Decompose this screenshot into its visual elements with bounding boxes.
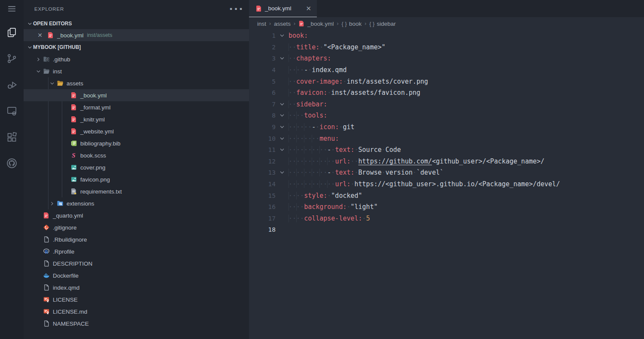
text-icon	[70, 188, 77, 195]
tree-item-favicon.png[interactable]: favicon.png	[24, 173, 249, 185]
tree-item-_book.yml[interactable]: _book.yml	[24, 89, 249, 101]
tree-item-_knitr.yml[interactable]: _knitr.yml	[24, 113, 249, 125]
tree-item-cover.png[interactable]: cover.png	[24, 161, 249, 173]
tree-item-label: _knitr.yml	[80, 116, 105, 123]
run-debug-button[interactable]	[0, 75, 24, 96]
tree-item-.Rbuildignore[interactable]: .Rbuildignore	[24, 233, 249, 245]
code-line-1[interactable]: 1book:	[249, 30, 644, 42]
breadcrumb-label: sidebar	[377, 21, 395, 27]
breadcrumb-label: book	[349, 21, 361, 27]
code-line-18[interactable]: 18	[249, 224, 644, 236]
breadcrumb-item-book[interactable]: { }book	[342, 21, 362, 27]
tab-_book.yml[interactable]: _book.yml ✕	[249, 0, 317, 17]
tree-item-_format.yml[interactable]: _format.yml	[24, 101, 249, 113]
tree-item-inst[interactable]: inst	[24, 65, 249, 77]
tree-item-LICENSE[interactable]: LICENSE	[24, 294, 249, 306]
tree-item-DESCRIPTION[interactable]: DESCRIPTION	[24, 257, 249, 269]
fold-chevron-icon[interactable]	[276, 170, 289, 176]
breadcrumb-item-sidebar[interactable]: { }sidebar	[369, 21, 396, 27]
code-line-6[interactable]: 6··favicon:·inst/assets/favicon.png	[249, 87, 644, 99]
line-number: 14	[249, 181, 276, 188]
code-line-content: ··cover-image:·inst/assets/cover.png	[289, 78, 428, 85]
code-line-3[interactable]: 3··chapters:	[249, 53, 644, 64]
tree-item-index.qmd[interactable]: index.qmd	[24, 281, 249, 294]
code-line-12[interactable]: 12············url:··https://github.com/<…	[249, 156, 644, 167]
breadcrumb-item-assets[interactable]: assets	[274, 21, 291, 27]
fold-chevron-icon[interactable]	[276, 112, 289, 118]
svg-text:R: R	[45, 249, 48, 254]
tree-item-Dockerfile[interactable]: Dockerfile	[24, 269, 249, 281]
breadcrumb-label: inst	[257, 21, 266, 27]
code-line-5[interactable]: 5··cover-image:·inst/assets/cover.png	[249, 76, 644, 87]
remote-explorer-button[interactable]	[0, 101, 24, 122]
code-line-9[interactable]: 9······-·icon:·git	[249, 121, 644, 133]
code-line-4[interactable]: 4····-·index.qmd	[249, 64, 644, 76]
extensions-button[interactable]	[0, 127, 24, 148]
fold-chevron-icon[interactable]	[276, 124, 289, 130]
line-number: 2	[249, 44, 276, 51]
tree-item-label: _quarto.yml	[53, 212, 83, 219]
chevron-down-icon[interactable]	[34, 69, 43, 74]
breadcrumb-item-_book.yml[interactable]: _book.yml	[298, 21, 334, 27]
code-line-7[interactable]: 7··sidebar:	[249, 99, 644, 110]
tree-item-label: index.qmd	[53, 285, 79, 291]
tree-item-bibliography.bib[interactable]: bibliography.bib	[24, 137, 249, 149]
tree-item-LICENSE.md[interactable]: LICENSE.md	[24, 306, 249, 318]
fold-chevron-icon[interactable]	[276, 101, 289, 107]
code-line-content: ··········-·text:·Browse·version·`devel`	[289, 169, 444, 176]
chevron-right-icon[interactable]	[34, 57, 43, 62]
docker-icon	[43, 272, 50, 279]
explorer-sidebar: EXPLORER ▪ ▪ ▪ OPEN EDITORS ✕ _book.yml …	[24, 0, 249, 339]
open-editors-section[interactable]: OPEN EDITORS	[24, 18, 249, 29]
tree-item-.gitignore[interactable]: .gitignore	[24, 221, 249, 233]
fold-chevron-icon[interactable]	[276, 55, 289, 61]
breadcrumb-item-inst[interactable]: inst	[257, 21, 266, 27]
chevron-down-icon[interactable]	[48, 81, 56, 86]
tree-item-book.scss[interactable]: Sbook.scss	[24, 149, 249, 161]
fold-chevron-icon[interactable]	[276, 136, 289, 142]
close-icon[interactable]: ✕	[36, 32, 43, 39]
fold-chevron-icon[interactable]	[276, 147, 289, 153]
close-icon[interactable]: ✕	[304, 5, 313, 12]
folder-github-icon	[43, 56, 50, 63]
explorer-button[interactable]	[0, 23, 24, 43]
code-line-8[interactable]: 8····tools:	[249, 110, 644, 121]
tree-item-extensions[interactable]: extensions	[24, 197, 249, 209]
code-line-17[interactable]: 17····collapse-level:·5	[249, 213, 644, 224]
source-control-button[interactable]	[0, 49, 24, 70]
chevron-right-icon[interactable]	[48, 201, 56, 206]
menu-icon[interactable]	[0, 0, 24, 17]
code-line-14[interactable]: 14············url:·https://<github_user>…	[249, 179, 644, 190]
tree-item-.github[interactable]: .github	[24, 53, 249, 65]
tree-item-_website.yml[interactable]: _website.yml	[24, 125, 249, 137]
tree-item-label: _website.yml	[80, 128, 114, 135]
code-line-2[interactable]: 2··title:·"<Package_name>"	[249, 42, 644, 53]
tree-item-assets[interactable]: assets	[24, 77, 249, 89]
tree-item-NAMESPACE[interactable]: NAMESPACE	[24, 318, 249, 330]
github-button[interactable]	[0, 154, 24, 174]
code-line-11[interactable]: 11··········-·text:·Source·Code	[249, 144, 644, 156]
fold-chevron-icon[interactable]	[276, 33, 289, 39]
code-line-13[interactable]: 13··········-·text:·Browse·version·`deve…	[249, 167, 644, 179]
line-number: 6	[249, 89, 276, 96]
yaml-file-icon	[255, 5, 262, 12]
tree-item-label: LICENSE	[53, 297, 78, 303]
open-editor-item-_book.yml[interactable]: ✕ _book.yml inst/assets	[24, 29, 249, 41]
tree-item-_quarto.yml[interactable]: _quarto.yml	[24, 209, 249, 221]
activity-bar	[0, 0, 24, 339]
tree-item-.Rprofile[interactable]: R.Rprofile	[24, 245, 249, 257]
code-line-16[interactable]: 16····background:·"light"	[249, 201, 644, 213]
code-editor[interactable]: 1book:2··title:·"<Package_name>"3··chapt…	[249, 30, 644, 339]
tree-item-label: cover.png	[80, 164, 106, 171]
breadcrumb-label: assets	[274, 21, 291, 27]
tree-item-label: .github	[53, 56, 70, 63]
breadcrumb: inst›assets›_book.yml›{ }book›{ }sidebar	[249, 17, 644, 30]
ellipsis-icon[interactable]: ▪ ▪ ▪	[230, 7, 243, 11]
workspace-section[interactable]: MYBOOK [GITHUB]	[24, 41, 249, 53]
code-line-10[interactable]: 10········menu:	[249, 133, 644, 144]
code-line-15[interactable]: 15····style:·"docked"	[249, 190, 644, 201]
breadcrumb-label: _book.yml	[307, 21, 334, 27]
code-line-content: ········menu:	[289, 135, 339, 142]
tree-item-requirements.txt[interactable]: requirements.txt	[24, 185, 249, 197]
code-line-content: ····style:·"docked"	[289, 192, 362, 200]
